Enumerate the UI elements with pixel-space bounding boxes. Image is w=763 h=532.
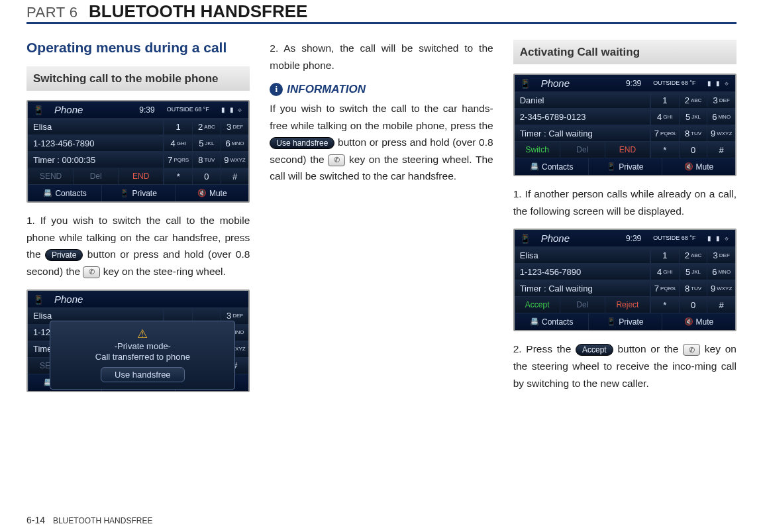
key-2[interactable]: 2ABC (679, 246, 707, 263)
signal-icons: ▮ ▮ ⟐ (221, 106, 244, 113)
information-heading: i INFORMATION (270, 83, 493, 96)
mute-button[interactable]: Mute (175, 184, 248, 201)
call-key-icon (83, 266, 100, 278)
private-button[interactable]: Private (101, 184, 175, 201)
accept-button[interactable]: Accept (515, 296, 560, 313)
end-button[interactable]: END (118, 168, 163, 184)
key-0[interactable]: 0 (679, 141, 707, 158)
app-title: Phone (541, 78, 570, 89)
mute-button[interactable]: Mute (662, 158, 735, 175)
caller-name: Elisa (28, 118, 163, 134)
key-9[interactable]: 9WXYZ (707, 125, 735, 141)
key-8[interactable]: 8TUV (679, 280, 707, 296)
del-button[interactable]: Del (73, 168, 118, 184)
key-3[interactable]: 3DEF (707, 246, 735, 263)
warning-icon (57, 327, 228, 341)
send-button[interactable]: SEND (28, 168, 73, 184)
screenshot-call-waiting-accept: Phone 9:39 OUTSIDE 68 °F ▮ ▮ ⟐ Elisa 1-1… (513, 229, 737, 331)
call-key-icon (328, 154, 345, 166)
key-9[interactable]: 9WXYZ (221, 151, 249, 168)
key-8[interactable]: 8TUV (192, 151, 221, 168)
key-7[interactable]: 7PQRS (650, 125, 679, 141)
use-handsfree-button[interactable]: Use handsfree (101, 367, 185, 382)
signal-icons: ▮ ▮ ⟐ (707, 80, 730, 87)
key-7[interactable]: 7PQRS (650, 280, 679, 296)
private-button[interactable]: Private (588, 158, 662, 175)
information-body: If you wish to switch the call to the ca… (270, 100, 493, 185)
key-6[interactable]: 6MNO (707, 108, 735, 125)
key-1[interactable]: 1 (650, 246, 679, 263)
key-4[interactable]: 4GHI (650, 263, 679, 280)
key-star[interactable]: * (650, 141, 679, 158)
key-0[interactable]: 0 (679, 296, 707, 313)
key-3[interactable]: 3DEF (221, 118, 249, 134)
key-hash[interactable]: # (221, 168, 249, 184)
caller-number: 1-123-456-7890 (515, 263, 650, 280)
subheading-call-waiting: Activating Call waiting (513, 40, 737, 64)
screenshot-call-waiting-switch: Phone 9:39 OUTSIDE 68 °F ▮ ▮ ⟐ Daniel 2-… (513, 74, 737, 176)
end-button[interactable]: END (605, 141, 650, 158)
info-icon: i (270, 83, 283, 96)
step-2-text: 2. As shown, the call will be switched t… (270, 40, 493, 74)
contacts-button[interactable]: Contacts (28, 184, 101, 201)
key-5[interactable]: 5JKL (679, 263, 707, 280)
key-star[interactable]: * (650, 296, 679, 313)
call-waiting-step1: 1. If another person calls while already… (513, 186, 737, 219)
temp: OUTSIDE 68 °F (653, 235, 695, 241)
switch-button[interactable]: Switch (515, 141, 560, 158)
page-header: PART 6 BLUETOOTH HANDSFREE (26, 0, 737, 24)
del-button[interactable]: Del (560, 141, 605, 158)
key-8[interactable]: 8TUV (679, 125, 707, 141)
step-1-text: 1. If you wish to switch the call to the… (26, 212, 250, 280)
clock: 9:39 (139, 105, 154, 115)
column-3: Activating Call waiting Phone 9:39 OUTSI… (513, 40, 737, 401)
clock: 9:39 (626, 79, 641, 88)
popup-line1: -Private mode- (57, 341, 228, 352)
key-5[interactable]: 5JKL (192, 134, 221, 151)
key-1[interactable]: 1 (650, 91, 679, 108)
key-0[interactable]: 0 (192, 168, 221, 184)
subheading-switching: Switching call to the mobile phone (26, 66, 250, 91)
key-5[interactable]: 5JKL (679, 108, 707, 125)
info-label: INFORMATION (287, 83, 366, 96)
key-7[interactable]: 7PQRS (164, 151, 192, 168)
phone-icon (520, 233, 534, 244)
key-6[interactable]: 6MNO (221, 134, 249, 151)
column-2: 2. As shown, the call will be switched t… (270, 40, 493, 401)
key-4[interactable]: 4GHI (650, 108, 679, 125)
popup-line2: Call transferred to phone (57, 352, 228, 363)
key-3[interactable]: 3DEF (707, 91, 735, 108)
del-button[interactable]: Del (560, 296, 605, 313)
contacts-button[interactable]: Contacts (515, 158, 588, 175)
chapter-title: BLUETOOTH HANDSFREE (89, 1, 307, 21)
page-number: 6-14 (26, 515, 45, 525)
private-button[interactable]: Private (588, 313, 662, 330)
call-timer: Timer : Call waiting (515, 280, 650, 296)
contacts-button[interactable]: Contacts (515, 313, 588, 330)
key-6[interactable]: 6MNO (707, 263, 735, 280)
key-hash[interactable]: # (707, 141, 735, 158)
part-label: PART 6 (26, 4, 78, 21)
accept-inline-button: Accept (576, 344, 613, 356)
temp: OUTSIDE 68 °F (167, 107, 209, 113)
reject-button[interactable]: Reject (605, 296, 650, 313)
column-1: Operating menus during a call Switching … (26, 40, 250, 401)
signal-icons: ▮ ▮ ⟐ (707, 235, 730, 242)
key-2[interactable]: 2ABC (679, 91, 707, 108)
footer-section: BLUETOOTH HANDSFREE (53, 516, 152, 525)
app-title: Phone (54, 104, 83, 115)
key-star[interactable]: * (164, 168, 192, 184)
key-4[interactable]: 4GHI (164, 134, 192, 151)
key-9[interactable]: 9WXYZ (707, 280, 735, 296)
caller-name: Elisa (515, 246, 650, 263)
use-handsfree-inline-button: Use handsfree (270, 137, 334, 149)
phone-icon (33, 104, 48, 115)
key-2[interactable]: 2ABC (192, 118, 221, 134)
private-inline-button: Private (45, 249, 83, 261)
key-hash[interactable]: # (707, 296, 735, 313)
temp: OUTSIDE 68 °F (653, 80, 695, 86)
key-1[interactable]: 1 (164, 118, 192, 134)
section-title: Operating menus during a call (26, 40, 250, 56)
mute-button[interactable]: Mute (662, 313, 735, 330)
call-timer: Timer : 00:00:35 (28, 151, 163, 168)
